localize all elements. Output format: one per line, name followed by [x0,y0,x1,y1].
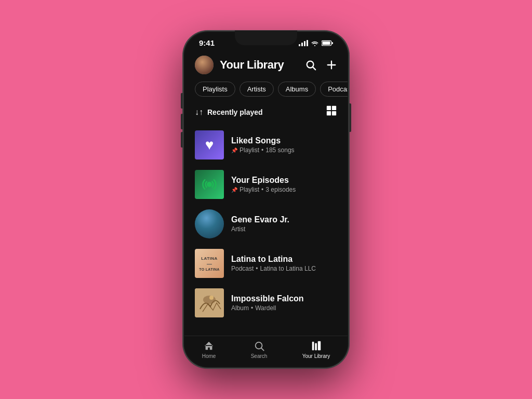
library-list: ♥ Liked Songs 📌 Playlist • 185 songs [184,125,348,336]
list-item[interactable]: Gene Evaro Jr. Artist [195,204,337,244]
nav-search-label: Search [251,353,268,359]
phone-container: 9:41 [183,31,349,368]
svg-rect-17 [312,341,314,350]
search-button[interactable] [305,59,316,71]
item-meta: Podcast • Latina to Latina LLC [231,265,337,272]
item-meta: Album • Wardell [231,304,337,312]
notch [235,31,297,45]
item-type: Playlist [240,186,259,193]
svg-point-14 [209,296,214,300]
nav-home-label: Home [202,353,216,359]
item-name: Your Episodes [231,176,337,185]
pin-icon: 📌 [231,148,237,153]
svg-line-4 [313,67,315,70]
sort-button[interactable]: ↓↑ Recently played [195,108,263,117]
tab-podcasts[interactable]: Podcasts & Sho [320,82,348,97]
liked-songs-info: Liked Songs 📌 Playlist • 185 songs [231,136,337,154]
header-left: Your Library [195,56,284,74]
svg-rect-18 [315,343,317,350]
signal-icon [299,40,308,46]
item-detail: Wardell [255,304,276,312]
tab-albums[interactable]: Albums [278,82,316,97]
sort-label: Recently played [207,108,263,116]
tab-playlists[interactable]: Playlists [195,82,235,97]
page-title: Your Library [220,58,284,72]
svg-point-13 [203,296,216,304]
svg-point-11 [207,182,212,187]
item-type: Artist [231,225,245,233]
latina-art: LATINA — TO LATINA [195,249,224,278]
list-item[interactable]: Impossible Falcon Album • Wardell [195,283,337,323]
svg-rect-2 [332,42,333,44]
item-name: Impossible Falcon [231,294,337,303]
bottom-nav: Home Search Your Library [184,336,348,367]
item-detail: 185 songs [265,147,294,154]
sort-icon: ↓↑ [195,108,203,117]
svg-rect-8 [332,106,336,110]
list-item[interactable]: Your Episodes 📌 Playlist • 3 episodes [195,165,337,204]
wifi-icon [311,40,319,46]
item-meta: 📌 Playlist • 3 episodes [231,186,337,193]
grid-view-button[interactable] [326,105,337,119]
impossible-falcon-info: Impossible Falcon Album • Wardell [231,294,337,312]
svg-line-16 [261,348,264,351]
svg-rect-1 [323,41,330,44]
item-meta: 📌 Playlist • 185 songs [231,147,337,154]
battery-icon [322,40,333,46]
item-name: Liked Songs [231,136,337,145]
library-icon [311,340,322,352]
header-right [305,59,337,71]
impossible-falcon-art [195,288,224,317]
latina-info: Latina to Latina Podcast • Latina to Lat… [231,255,337,272]
sort-bar: ↓↑ Recently played [184,103,348,125]
list-item[interactable]: LATINA — TO LATINA Latina to Latina Podc… [195,244,337,283]
grid-icon [326,105,337,116]
svg-rect-10 [332,111,336,115]
nav-search[interactable]: Search [251,340,268,359]
search-icon [305,59,316,71]
item-detail: 3 episodes [265,186,296,193]
gene-evaro-info: Gene Evaro Jr. Artist [231,215,337,233]
gene-evaro-art [195,209,224,238]
item-name: Gene Evaro Jr. [231,215,337,224]
item-detail: Latina to Latina LLC [260,265,316,272]
phone-screen: 9:41 [184,32,348,367]
status-time: 9:41 [199,38,215,47]
your-episodes-info: Your Episodes 📌 Playlist • 3 episodes [231,176,337,193]
your-episodes-art [195,170,224,199]
item-type: Podcast [231,265,254,272]
svg-rect-7 [327,106,331,110]
nav-library-label: Your Library [302,353,330,359]
nav-library[interactable]: Your Library [302,340,330,359]
item-type: Album [231,304,249,312]
library-header: Your Library [184,49,348,79]
falcon-art-decoration [195,288,224,317]
nav-home[interactable]: Home [202,340,216,359]
tab-artists[interactable]: Artists [240,82,274,97]
svg-rect-9 [327,111,331,115]
item-meta: Artist [231,225,337,233]
svg-point-15 [255,342,262,349]
item-name: Latina to Latina [231,255,337,264]
home-icon [203,340,215,352]
podcast-waves-icon [202,177,217,192]
item-type: Playlist [240,147,259,154]
app-content: Your Library [184,49,348,367]
plus-icon [326,59,337,71]
nav-search-icon [254,340,265,352]
heart-icon: ♥ [205,137,214,153]
liked-songs-art: ♥ [195,130,224,159]
svg-rect-19 [317,341,321,350]
filter-tabs: Playlists Artists Albums Podcasts & Sho [184,79,348,103]
add-button[interactable] [326,59,337,71]
pin-icon: 📌 [231,187,237,193]
avatar[interactable] [195,56,214,74]
status-icons [299,40,333,46]
list-item[interactable]: ♥ Liked Songs 📌 Playlist • 185 songs [195,125,337,165]
